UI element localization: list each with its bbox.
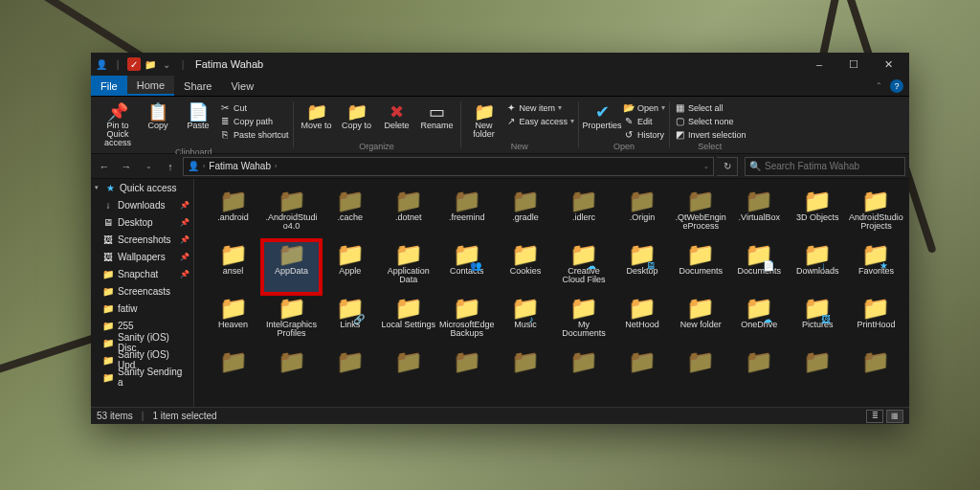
- properties-button[interactable]: ✔Properties: [583, 100, 621, 130]
- folder-heaven[interactable]: 📁Heaven: [204, 294, 262, 347]
- copy-path-button[interactable]: ≣Copy path: [219, 115, 289, 127]
- sidebar-item-5[interactable]: 📁Screencasts: [91, 282, 193, 300]
- rename-button[interactable]: ▭Rename: [418, 100, 457, 130]
- folder-nethood[interactable]: 📁NetHood: [613, 294, 672, 347]
- folder-hidden[interactable]: 📁: [789, 347, 847, 401]
- ribbon-collapse-icon[interactable]: ⌃: [876, 81, 882, 90]
- address-dropdown-icon[interactable]: ⌄: [703, 163, 709, 170]
- copy-to-button[interactable]: 📁Copy to: [338, 100, 376, 130]
- chevron-right-icon[interactable]: ›: [203, 163, 205, 169]
- folder-idlerc[interactable]: 📁.idlerc: [554, 187, 612, 240]
- edit-button[interactable]: ✎Edit: [623, 115, 665, 127]
- folder-freemind[interactable]: 📁.freemind: [437, 187, 496, 240]
- breadcrumb-user[interactable]: Fatima Wahab: [209, 161, 271, 171]
- folder-hidden[interactable]: 📁: [496, 347, 554, 401]
- tab-share[interactable]: Share: [174, 76, 221, 96]
- minimize-button[interactable]: –: [802, 53, 836, 76]
- folder-pictures[interactable]: 📁🖼Pictures: [789, 294, 847, 347]
- sidebar-item-2[interactable]: 🖼Screenshots📌: [91, 231, 193, 248]
- navigation-pane[interactable]: ★Quick access↓Downloads📌🖥Desktop📌🖼Screen…: [91, 179, 194, 407]
- folder-hidden[interactable]: 📁: [847, 347, 905, 401]
- folder-androidstudioprojects[interactable]: 📁AndroidStudioProjects: [847, 187, 905, 240]
- file-grid[interactable]: 📁.android📁.AndroidStudio4.0📁.cache📁.dotn…: [194, 179, 909, 407]
- sidebar-item-1[interactable]: 🖥Desktop📌: [91, 213, 193, 231]
- up-button[interactable]: ↑: [161, 157, 180, 176]
- folder-ansel[interactable]: 📁ansel: [204, 240, 262, 294]
- sidebar-item-0[interactable]: ↓Downloads📌: [91, 196, 193, 213]
- sidebar-item-3[interactable]: 🖼Wallpapers📌: [91, 248, 193, 265]
- sidebar-item-10[interactable]: 📁Sanity Sending a: [91, 368, 193, 386]
- folder-qtwebengineprocess[interactable]: 📁.QtWebEngineProcess: [672, 187, 730, 240]
- folder-downloads[interactable]: 📁↓Downloads: [789, 240, 847, 294]
- copy-button[interactable]: 📋Copy: [139, 100, 177, 130]
- search-input[interactable]: [765, 161, 901, 171]
- folder-intelgraphicsprofiles[interactable]: 📁IntelGraphicsProfiles: [262, 294, 321, 347]
- tab-view[interactable]: View: [221, 76, 263, 96]
- tab-home[interactable]: Home: [127, 76, 174, 96]
- delete-button[interactable]: ✖Delete: [378, 100, 416, 130]
- folder-hidden[interactable]: 📁: [554, 347, 612, 401]
- history-button[interactable]: ↺History: [623, 128, 665, 141]
- sidebar-item-6[interactable]: 📁fatiw: [91, 300, 193, 317]
- address-bar[interactable]: 👤 › Fatima Wahab › ⌄: [183, 157, 714, 176]
- cut-button[interactable]: ✂Cut: [219, 101, 289, 114]
- folder-virtualbox[interactable]: 📁.VirtualBox: [730, 187, 789, 240]
- folder-hidden[interactable]: 📁: [613, 347, 672, 401]
- select-all-button[interactable]: ▦Select all: [674, 101, 746, 114]
- folder-cache[interactable]: 📁.cache: [321, 187, 379, 240]
- folder-appdata[interactable]: 📁AppData: [262, 240, 321, 294]
- paste-shortcut-button[interactable]: ⎘Paste shortcut: [219, 128, 289, 141]
- folder-cookies[interactable]: 📁Cookies: [496, 240, 554, 294]
- close-button[interactable]: ✕: [871, 53, 905, 76]
- sidebar-quick-access[interactable]: ★Quick access: [91, 179, 193, 196]
- folder-contacts[interactable]: 📁👥Contacts: [437, 240, 496, 294]
- paste-button[interactable]: 📄Paste: [179, 100, 217, 130]
- help-icon[interactable]: ?: [890, 79, 903, 93]
- folder-desktop[interactable]: 📁🖥Desktop: [613, 240, 672, 294]
- folder-dotnet[interactable]: 📁.dotnet: [379, 187, 437, 240]
- folder-hidden[interactable]: 📁: [379, 347, 437, 401]
- new-item-button[interactable]: ✦New item▾: [505, 101, 575, 114]
- file-menu[interactable]: File: [91, 76, 127, 96]
- folder-androidstudio40[interactable]: 📁.AndroidStudio4.0: [262, 187, 321, 240]
- forward-button[interactable]: →: [117, 157, 136, 176]
- folder-hidden[interactable]: 📁: [204, 347, 262, 401]
- recent-dropdown[interactable]: ⌄: [139, 157, 158, 176]
- sidebar-item-4[interactable]: 📁Snapchat📌: [91, 265, 193, 282]
- folder-hidden[interactable]: 📁: [321, 347, 379, 401]
- folder-hidden[interactable]: 📁: [730, 347, 789, 401]
- folder-mydocuments[interactable]: 📁My Documents: [554, 294, 612, 347]
- invert-selection-button[interactable]: ◩Invert selection: [674, 128, 746, 141]
- folder-hidden[interactable]: 📁: [672, 347, 730, 401]
- folder-favorites[interactable]: 📁★Favorites: [847, 240, 905, 294]
- folder-origin[interactable]: 📁.Origin: [613, 187, 672, 240]
- move-to-button[interactable]: 📁Move to: [298, 100, 336, 130]
- folder-documents[interactable]: 📁📄Documents: [730, 240, 789, 294]
- back-button[interactable]: ←: [95, 157, 114, 176]
- pin-to-quick-access-button[interactable]: 📌Pin to Quick access: [99, 100, 137, 147]
- folder-hidden[interactable]: 📁: [437, 347, 496, 401]
- folder-newfolder[interactable]: 📁New folder: [672, 294, 730, 347]
- search-box[interactable]: 🔍: [745, 157, 905, 176]
- titlebar[interactable]: 👤 | ✓ 📁 ⌄ | Fatima Wahab – ☐ ✕: [91, 53, 909, 76]
- folder-android[interactable]: 📁.android: [204, 187, 262, 240]
- folder-links[interactable]: 📁🔗Links: [321, 294, 379, 347]
- save-icon[interactable]: ✓: [127, 57, 141, 71]
- maximize-button[interactable]: ☐: [836, 53, 871, 76]
- select-none-button[interactable]: ▢Select none: [674, 115, 746, 127]
- chevron-right-icon[interactable]: ›: [275, 163, 277, 169]
- folder-3dobjects[interactable]: 📁3D Objects: [789, 187, 847, 240]
- folder-microsoftedgebackups[interactable]: 📁MicrosoftEdgeBackups: [437, 294, 496, 347]
- folder-hidden[interactable]: 📁: [262, 347, 321, 401]
- qat-dropdown[interactable]: ⌄: [160, 57, 173, 71]
- easy-access-button[interactable]: ↗Easy access▾: [505, 115, 575, 127]
- folder-documents[interactable]: 📁Documents: [672, 240, 730, 294]
- refresh-button[interactable]: ↻: [717, 157, 738, 176]
- folder-apple[interactable]: 📁Apple: [321, 240, 379, 294]
- new-folder-button[interactable]: 📁New folder: [465, 100, 503, 139]
- folder-gradle[interactable]: 📁.gradle: [496, 187, 554, 240]
- folder-printhood[interactable]: 📁PrintHood: [847, 294, 905, 347]
- folder-localsettings[interactable]: 📁Local Settings: [379, 294, 437, 347]
- folder-music[interactable]: 📁♪Music: [496, 294, 554, 347]
- icons-view-button[interactable]: ▦: [886, 410, 903, 423]
